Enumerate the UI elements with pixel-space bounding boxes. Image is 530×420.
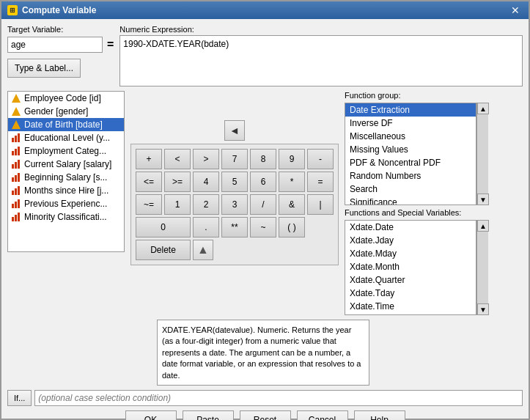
calc-power[interactable]: **: [221, 217, 248, 237]
paste-button[interactable]: Paste: [183, 410, 234, 420]
left-panel: Employee Code [id] Gender [gender] Date …: [7, 91, 125, 315]
var-item-prevexp[interactable]: Previous Experienc...: [8, 197, 124, 210]
calculator-panel: + < > 7 8 9 - <= >= 4 5 6 *: [130, 144, 339, 265]
functions-vars-list[interactable]: Xdate.Date Xdate.Jday Xdate.Mday Xdate.M…: [345, 220, 476, 315]
calc-lte[interactable]: <=: [136, 172, 162, 192]
var-item-bdate[interactable]: Date of Birth [bdate]: [8, 118, 124, 131]
func-group-misc[interactable]: Miscellaneous: [345, 130, 476, 143]
calc-or[interactable]: |: [307, 194, 334, 215]
func-group-search[interactable]: Search: [345, 183, 476, 196]
svg-rect-13: [15, 175, 17, 182]
func-xdate-mday[interactable]: Xdate.Mday: [345, 247, 476, 260]
calc-multiply[interactable]: *: [279, 172, 305, 192]
bar-chart-icon: [11, 159, 21, 169]
target-row: =: [7, 37, 114, 53]
func-group-significance[interactable]: Significance: [345, 196, 476, 205]
calc-5[interactable]: 5: [221, 172, 248, 192]
calc-8[interactable]: 8: [250, 149, 276, 169]
func-group-inverse-df[interactable]: Inverse DF: [345, 117, 476, 130]
calc-delete[interactable]: Delete: [136, 240, 191, 260]
svg-rect-7: [15, 149, 17, 155]
func-xdate-quarter[interactable]: Xdate.Quarter: [345, 273, 476, 287]
calc-dot[interactable]: .: [193, 217, 219, 237]
transfer-arrow-button[interactable]: ◄: [224, 120, 245, 141]
svg-rect-11: [18, 160, 20, 169]
var-item-minority[interactable]: Minority Classificati...: [8, 210, 124, 224]
calc-not[interactable]: ~: [250, 217, 276, 237]
cancel-button[interactable]: Cancel: [297, 410, 348, 420]
var-item-jobtime[interactable]: Months since Hire [j...: [8, 184, 124, 197]
window-icon: ⊞: [7, 5, 18, 15]
calc-eq[interactable]: =: [307, 172, 334, 192]
variable-list[interactable]: Employee Code [id] Gender [gender] Date …: [7, 91, 125, 252]
reset-button[interactable]: Reset: [240, 410, 291, 420]
if-button[interactable]: If...: [7, 390, 32, 406]
scale-icon: [11, 106, 21, 117]
func-xdate-tday[interactable]: Xdate.Tday: [345, 287, 476, 300]
calc-up-arrow[interactable]: ▲: [193, 240, 213, 260]
close-button[interactable]: ✕: [508, 4, 523, 16]
calc-minus[interactable]: -: [307, 149, 334, 169]
svg-rect-8: [18, 147, 20, 155]
func-xdate-jday[interactable]: Xdate.Jday: [345, 234, 476, 247]
calc-grid: + < > 7 8 9 - <= >= 4 5 6 *: [136, 149, 334, 260]
function-group-label: Function group:: [345, 91, 523, 100]
type-label-button[interactable]: Type & Label...: [7, 59, 81, 78]
calc-2[interactable]: 2: [193, 194, 219, 215]
svg-rect-22: [15, 215, 17, 221]
calc-neq[interactable]: ~=: [136, 194, 162, 215]
ok-button[interactable]: OK: [125, 410, 177, 420]
right-panel: Function group: Date Extraction Inverse …: [345, 91, 523, 315]
scroll-down-arrow[interactable]: ▼: [477, 194, 489, 205]
func-var-scrollbar[interactable]: ▲ ▼: [476, 220, 488, 315]
func-xdate-month[interactable]: Xdate.Month: [345, 260, 476, 273]
dialog-button-row: OK Paste Reset Cancel Help: [7, 410, 523, 420]
svg-rect-16: [15, 188, 17, 195]
calc-gt[interactable]: >: [193, 149, 219, 169]
svg-rect-14: [18, 173, 20, 182]
scroll-up-arrow[interactable]: ▲: [477, 103, 489, 114]
svg-rect-20: [18, 199, 20, 208]
var-item-gender[interactable]: Gender [gender]: [8, 105, 124, 118]
calc-divide[interactable]: /: [250, 194, 276, 215]
func-group-missing[interactable]: Missing Values: [345, 143, 476, 156]
calc-6[interactable]: 6: [250, 172, 276, 192]
calc-0[interactable]: 0: [136, 217, 191, 237]
calc-gte[interactable]: >=: [164, 172, 191, 192]
var-item-salary[interactable]: Current Salary [salary]: [8, 158, 124, 171]
func-group-pdf[interactable]: PDF & Noncentral PDF: [345, 156, 476, 169]
function-group-list[interactable]: Date Extraction Inverse DF Miscellaneous…: [345, 103, 476, 205]
svg-marker-2: [12, 120, 21, 129]
calc-1[interactable]: 1: [164, 194, 191, 215]
calc-lt[interactable]: <: [164, 149, 191, 169]
help-button[interactable]: Help: [354, 410, 405, 420]
func-group-scrollbar[interactable]: ▲ ▼: [476, 103, 488, 205]
bar-chart-icon: [11, 172, 21, 183]
calc-parens[interactable]: ( ): [279, 217, 305, 237]
func-xdate-date[interactable]: Xdate.Date: [345, 221, 476, 234]
calc-7[interactable]: 7: [221, 149, 248, 169]
scroll-up-arrow[interactable]: ▲: [477, 220, 489, 232]
var-item-emp-code[interactable]: Employee Code [id]: [8, 92, 124, 105]
target-input[interactable]: [7, 37, 103, 53]
var-item-edlevel[interactable]: Educational Level (y...: [8, 131, 124, 144]
calc-4[interactable]: 4: [193, 172, 219, 192]
func-group-date-extraction[interactable]: Date Extraction: [345, 103, 476, 117]
func-xdate-week[interactable]: Xdate.Week: [345, 313, 476, 315]
scroll-down-arrow[interactable]: ▼: [477, 303, 489, 315]
calc-and[interactable]: &: [279, 194, 305, 215]
condition-input[interactable]: [34, 390, 523, 406]
func-xdate-time[interactable]: Xdate.Time: [345, 300, 476, 313]
var-item-salbegin[interactable]: Beginning Salary [s...: [8, 171, 124, 184]
var-item-jobcat[interactable]: Employment Categ...: [8, 144, 124, 158]
calc-plus[interactable]: +: [136, 149, 162, 169]
condition-row: If...: [7, 390, 523, 406]
numeric-expression-input[interactable]: 1990-XDATE.YEAR(bdate): [119, 35, 523, 86]
svg-rect-9: [12, 164, 14, 169]
calc-9[interactable]: 9: [279, 149, 305, 169]
description-row: XDATE.YEAR(datevalue). Numeric. Returns …: [7, 320, 523, 386]
func-group-random[interactable]: Random Numbers: [345, 169, 476, 183]
compute-variable-dialog: ⊞ Compute Variable ✕ Target Variable: = …: [0, 0, 530, 420]
content-area: Target Variable: = Type & Label... Numer…: [1, 19, 529, 420]
calc-3[interactable]: 3: [221, 194, 248, 215]
